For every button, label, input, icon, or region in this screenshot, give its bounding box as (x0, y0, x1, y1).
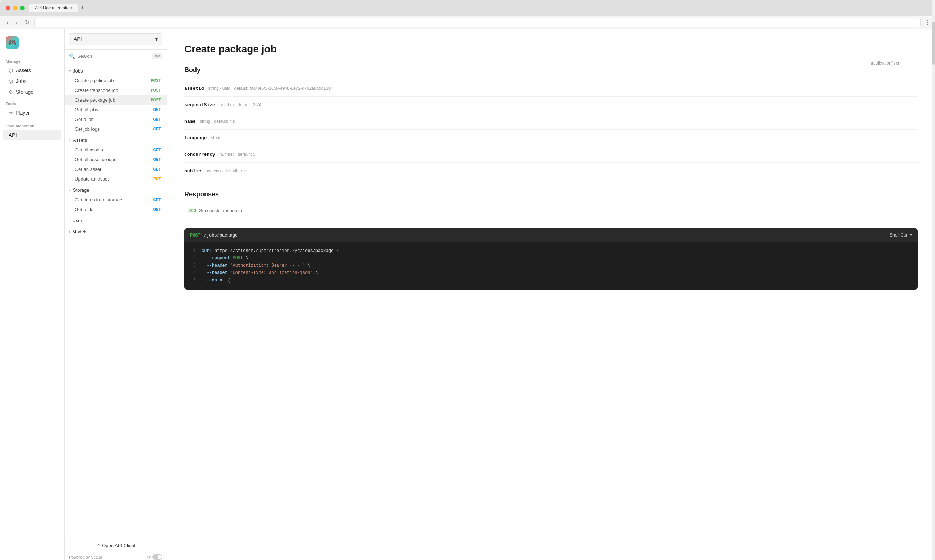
code-content-2: --request POST \ (202, 254, 248, 262)
sidebar-item-player[interactable]: ▱ Player (3, 107, 62, 118)
scrollbar-thumb[interactable] (932, 22, 935, 65)
open-api-client-button[interactable]: ↗ Open API Client (69, 540, 162, 551)
logo-icon: 🎮 (6, 36, 19, 49)
back-button[interactable]: ‹ (4, 18, 11, 26)
field-assetid-name: assetId (184, 86, 204, 91)
browser-menu[interactable]: ⋮ (925, 19, 931, 26)
sidebar-item-get-a-job[interactable]: Get a job GET (65, 114, 167, 124)
get-all-assets-method: GET (151, 147, 162, 152)
forward-button[interactable]: › (13, 18, 19, 26)
maximize-button[interactable] (20, 6, 25, 11)
responses-section: Responses › 200 Successful response (184, 191, 918, 217)
assets-section-header[interactable]: ▾ Assets (65, 135, 167, 145)
documentation-label: Documentation (0, 118, 64, 129)
line-num-3: 3 (190, 262, 196, 269)
response-200-code: 200 (188, 208, 196, 213)
address-bar[interactable] (34, 18, 921, 27)
field-name-meta: string · default: hls (200, 119, 235, 124)
body-section-title: Body (184, 66, 918, 74)
api-dropdown[interactable]: API ▾ (69, 33, 162, 45)
sidebar-item-get-items-from-storage[interactable]: Get items from storage GET (65, 195, 167, 205)
sidebar-item-get-all-assets[interactable]: Get all assets GET (65, 145, 167, 155)
scrollbar-track (932, 0, 935, 560)
update-an-asset-label: Update an asset (75, 176, 109, 182)
field-language: language string (184, 129, 918, 146)
storage-label: Storage (16, 89, 33, 95)
code-content-3: --header 'Authorization: Bearer ·····' \ (202, 262, 310, 269)
sidebar-item-update-an-asset[interactable]: Update an asset PUT (65, 174, 167, 184)
close-button[interactable] (6, 6, 11, 11)
assets-section: ▾ Assets Get all assets GET Get all asse… (65, 135, 167, 184)
assets-section-label: Assets (73, 137, 87, 143)
app-nav: 🎮 Manage ⬡ Assets ◎ Jobs ⊙ Storage Tools… (0, 29, 65, 560)
search-bar: 🔍 ⌘K (65, 49, 167, 63)
storage-section-header[interactable]: ▾ Storage (65, 185, 167, 195)
storage-collapse-icon: ▾ (69, 188, 71, 192)
refresh-button[interactable]: ↻ (23, 18, 32, 26)
main-content: Create package job application/json Body… (167, 29, 935, 560)
sidebar-item-create-transcode-job[interactable]: Create transcode job POST (65, 85, 167, 95)
sidebar-item-get-all-jobs[interactable]: Get all jobs GET (65, 105, 167, 114)
user-section-header[interactable]: › User (65, 216, 167, 225)
responses-section-title: Responses (184, 191, 918, 198)
get-all-assets-label: Get all assets (75, 147, 103, 152)
sidebar-item-get-a-file[interactable]: Get a file GET (65, 205, 167, 214)
code-lang-label: Shell Curl (890, 232, 909, 238)
tab-title: API Documentation (35, 5, 72, 11)
sidebar-item-get-all-asset-groups[interactable]: Get all asset groups GET (65, 155, 167, 165)
create-transcode-job-method: POST (149, 88, 162, 93)
field-concurrency: concurrency number · default: 5 (184, 146, 918, 162)
storage-section: ▾ Storage Get items from storage GET Get… (65, 185, 167, 214)
response-200-label: Successful response (199, 208, 242, 213)
title-bar: API Documentation + (0, 0, 935, 16)
new-tab-button[interactable]: + (80, 5, 85, 11)
sidebar-item-get-job-logs[interactable]: Get job logs GET (65, 124, 167, 134)
sidebar-item-create-pipeline-job[interactable]: Create pipeline job POST (65, 76, 167, 85)
sidebar-item-create-package-job[interactable]: Create package job POST (65, 95, 167, 105)
user-section: › User (65, 216, 167, 225)
jobs-icon: ◎ (9, 78, 13, 84)
app-container: 🎮 Manage ⬡ Assets ◎ Jobs ⊙ Storage Tools… (0, 29, 935, 560)
sidebar-content: ▾ Jobs Create pipeline job POST Create t… (65, 63, 167, 535)
get-all-asset-groups-label: Get all asset groups (75, 157, 116, 162)
field-segmentsize: segmentSize number · default: 2.24 (184, 96, 918, 113)
get-all-jobs-label: Get all jobs (75, 107, 98, 112)
code-lang-selector[interactable]: Shell Curl ▾ (890, 232, 912, 238)
sidebar-item-get-an-asset[interactable]: Get an asset GET (65, 165, 167, 174)
models-section-label: Models (72, 229, 87, 234)
jobs-section-header[interactable]: ▾ Jobs (65, 66, 167, 76)
api-selector: API ▾ (65, 29, 167, 49)
line-num-5: 5 (190, 277, 196, 284)
powered-by-bar: Powered by Scalar ⚙ (69, 551, 162, 560)
sidebar-item-api[interactable]: API (3, 129, 62, 140)
app-logo: 🎮 (0, 33, 64, 55)
field-segmentsize-name: segmentSize (184, 102, 215, 108)
field-public-meta: boolean · default: true (205, 168, 247, 173)
sidebar-item-storage[interactable]: ⊙ Storage (3, 86, 62, 97)
theme-toggle[interactable] (152, 554, 162, 560)
create-package-job-label: Create package job (75, 97, 115, 103)
minimize-button[interactable] (13, 6, 18, 11)
open-client-label: Open API Client (102, 543, 136, 548)
content-type-label: application/json (871, 58, 901, 66)
open-client-icon: ↗ (96, 543, 100, 548)
field-language-meta: string (211, 135, 221, 140)
sidebar-footer: ↗ Open API Client Powered by Scalar ⚙ (65, 535, 167, 560)
field-concurrency-name: concurrency (184, 152, 215, 157)
assets-icon: ⬡ (9, 68, 13, 73)
search-icon: 🔍 (69, 54, 75, 59)
sidebar-item-jobs[interactable]: ◎ Jobs (3, 76, 62, 86)
browser-window: API Documentation + ‹ › ↻ ⋮ 🎮 Manage ⬡ A… (0, 0, 935, 560)
page-title: Create package job (184, 43, 918, 55)
settings-icon[interactable]: ⚙ (147, 555, 151, 560)
response-200[interactable]: › 200 Successful response (184, 204, 918, 217)
browser-tab[interactable]: API Documentation (29, 4, 78, 12)
toggle-thumb (158, 555, 162, 559)
sidebar-item-assets[interactable]: ⬡ Assets (3, 65, 62, 76)
api-label: API (9, 132, 17, 138)
search-input[interactable] (77, 54, 150, 59)
code-method: POST (190, 233, 201, 238)
models-section-header[interactable]: › Models (65, 227, 167, 237)
player-icon: ▱ (9, 110, 12, 115)
field-segmentsize-meta: number · default: 2.24 (219, 102, 262, 107)
